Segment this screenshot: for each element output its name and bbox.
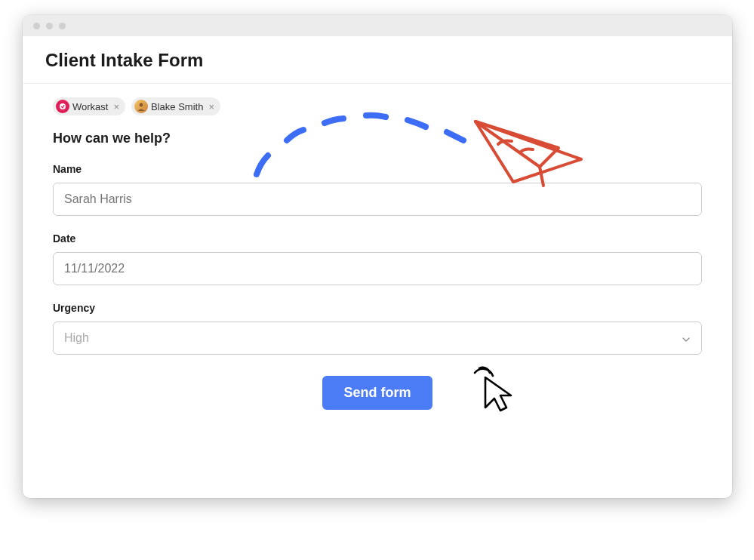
close-icon[interactable]: × — [208, 101, 214, 112]
send-form-button[interactable]: Send form — [322, 376, 432, 410]
date-input[interactable] — [53, 252, 702, 285]
chip-label: Workast — [72, 101, 108, 112]
form-content: Workast × Blake Smith × How can we help?… — [23, 84, 732, 425]
recipient-chips: Workast × Blake Smith × — [53, 97, 702, 115]
traffic-light-close-icon[interactable] — [33, 23, 40, 29]
traffic-light-zoom-icon[interactable] — [59, 23, 66, 29]
workast-app-icon — [56, 100, 69, 113]
page-header: Client Intake Form — [23, 36, 732, 84]
urgency-select[interactable]: High — [53, 322, 702, 355]
chip-workast[interactable]: Workast × — [53, 97, 125, 115]
name-label: Name — [53, 163, 702, 175]
form-question: How can we help? — [53, 131, 702, 146]
app-window: Client Intake Form — [23, 15, 732, 498]
urgency-value: High — [64, 331, 89, 345]
chip-blake-smith[interactable]: Blake Smith × — [131, 97, 220, 115]
name-input[interactable] — [53, 183, 702, 216]
traffic-light-minimize-icon[interactable] — [46, 23, 53, 29]
page-title: Client Intake Form — [45, 50, 709, 71]
submit-row: Send form — [53, 376, 702, 410]
svg-point-1 — [140, 103, 143, 107]
chevron-down-icon — [682, 334, 691, 343]
date-label: Date — [53, 232, 702, 245]
field-group-urgency: Urgency High — [53, 302, 702, 355]
field-group-date: Date — [53, 232, 702, 285]
urgency-label: Urgency — [53, 302, 702, 314]
close-icon[interactable]: × — [113, 101, 119, 112]
field-group-name: Name — [53, 163, 702, 216]
user-avatar-icon — [134, 100, 148, 113]
chip-label: Blake Smith — [151, 101, 203, 112]
cursor-click-icon — [472, 362, 517, 417]
titlebar — [23, 15, 732, 36]
